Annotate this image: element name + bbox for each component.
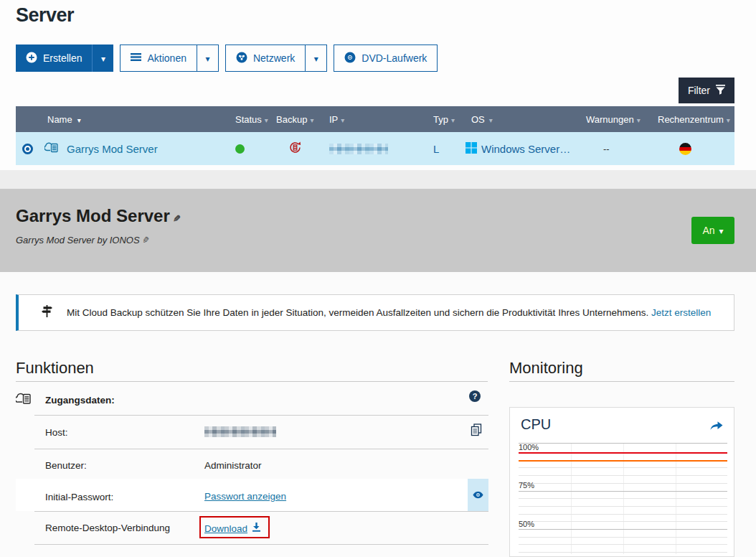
chevron-down-icon: [101, 52, 105, 65]
german-flag-icon: [679, 143, 691, 155]
dvd-button-group: DVD-Laufwerk: [334, 45, 438, 72]
create-backup-link[interactable]: Jetzt erstellen: [651, 307, 711, 318]
chart-gridline: [519, 529, 727, 530]
sort-caret-icon: [265, 114, 268, 125]
benutzer-value: Administrator: [204, 460, 262, 471]
actions-button[interactable]: Aktionen: [120, 45, 197, 72]
column-header-label: Warnungen: [586, 114, 634, 125]
row-divider: [34, 511, 488, 512]
chart-gridline: [519, 521, 727, 522]
server-detail-title-text: Garrys Mod Server: [16, 206, 170, 225]
eye-icon: [473, 489, 483, 502]
radio-dot: [26, 147, 29, 151]
funktionen-section-title: Funktionen: [16, 359, 94, 378]
chart-gridline: [519, 514, 727, 515]
column-header-rechenzentrum[interactable]: Rechenzentrum: [652, 114, 734, 125]
network-button-group: Netzwerk: [225, 45, 327, 72]
help-icon[interactable]: [469, 390, 481, 402]
plus-circle-icon: [26, 52, 37, 65]
share-arrow-icon[interactable]: [709, 419, 724, 434]
row-datacenter-cell: [652, 143, 734, 155]
ip-redacted-blur: [329, 144, 388, 154]
row-select-cell: [16, 144, 39, 154]
column-header-ip[interactable]: IP: [323, 114, 427, 125]
list-icon: [131, 52, 141, 64]
create-button[interactable]: Erstellen: [16, 45, 92, 72]
server-detail-subtitle-text: Garrys Mod Server by IONOS: [16, 235, 140, 245]
benutzer-label: Benutzer:: [45, 460, 87, 471]
table-row[interactable]: Garrys Mod Server L Windows Server… --: [16, 132, 734, 165]
row-divider: [34, 415, 488, 416]
chart-gridline: [519, 475, 727, 476]
actions-button-label: Aktionen: [147, 52, 186, 64]
chart-gridline: [519, 491, 727, 492]
chart-gridline: [519, 498, 727, 499]
y-axis-label-75: 75%: [519, 481, 534, 490]
banner-text: Mit Cloud Backup schützen Sie Ihre Daten…: [67, 307, 711, 318]
row-divider: [34, 544, 488, 545]
passwort-anzeigen-link[interactable]: Passwort anzeigen: [204, 491, 286, 502]
monitoring-section-title: Monitoring: [509, 359, 583, 378]
row-os-cell: Windows Server…: [466, 142, 580, 156]
network-dropdown-caret[interactable]: [306, 45, 327, 72]
cpu-monitoring-card: CPU 100% 75% 50%: [509, 407, 734, 557]
create-dropdown-caret[interactable]: [92, 45, 113, 72]
initial-passwort-label: Initial-Passwort:: [45, 492, 113, 502]
network-button[interactable]: Netzwerk: [225, 45, 306, 72]
filter-button[interactable]: Filter: [679, 78, 734, 103]
windows-logo-icon: [466, 142, 477, 156]
row-name-cell: Garrys Mod Server: [39, 141, 222, 156]
chevron-down-icon: [205, 52, 209, 65]
dvd-drive-button[interactable]: DVD-Laufwerk: [334, 45, 438, 72]
column-header-name[interactable]: Name: [39, 114, 222, 125]
row-radio-selected[interactable]: [22, 144, 33, 154]
column-header-typ[interactable]: Typ: [427, 114, 466, 125]
sort-caret-icon: [77, 114, 81, 125]
power-state-button[interactable]: An: [691, 217, 734, 244]
copy-icon[interactable]: [471, 423, 482, 439]
server-detail-subtitle: Garrys Mod Server by IONOS: [16, 235, 151, 245]
row-typ-cell: L: [427, 143, 466, 155]
background-strip: [0, 170, 756, 189]
actions-button-group: Aktionen: [120, 45, 218, 72]
sort-caret-icon: [451, 114, 455, 125]
chart-gridline: [519, 443, 727, 444]
column-header-label: IP: [329, 114, 338, 125]
actions-dropdown-caret[interactable]: [197, 45, 219, 72]
sort-caret-icon: [727, 114, 730, 125]
create-button-label: Erstellen: [43, 52, 82, 64]
filter-button-label: Filter: [688, 85, 710, 96]
edit-name-pencil-icon[interactable]: [173, 213, 181, 224]
chart-gridline: [519, 552, 727, 553]
section-divider: [509, 381, 734, 382]
banner-message: Mit Cloud Backup schützen Sie Ihre Daten…: [67, 307, 648, 318]
column-header-os[interactable]: OS: [466, 114, 580, 125]
host-value-redacted-blur: [204, 426, 276, 437]
threshold-line-orange: [519, 460, 727, 462]
page-title: Server: [16, 4, 74, 27]
sort-caret-icon: [637, 114, 641, 125]
network-button-label: Netzwerk: [253, 52, 295, 64]
server-table-header: Name Status Backup IP Typ OS Warnungen R…: [16, 106, 734, 132]
y-axis-label-50: 50%: [519, 520, 534, 528]
sort-caret-icon: [489, 114, 493, 125]
power-state-label: An: [702, 225, 714, 236]
os-name-text: Windows Server…: [481, 143, 570, 155]
column-header-warnungen[interactable]: Warnungen: [580, 114, 652, 125]
show-password-eye-cell[interactable]: [468, 479, 488, 511]
chart-gridline: [519, 506, 727, 507]
server-name-link[interactable]: Garrys Mod Server: [67, 143, 158, 155]
cpu-chart-title: CPU: [521, 416, 551, 433]
edit-description-pencil-icon[interactable]: [143, 235, 151, 245]
server-detail-title: Garrys Mod Server: [16, 206, 181, 226]
zugangsdaten-label: Zugangsdaten:: [45, 395, 115, 406]
column-header-label: OS: [471, 114, 485, 125]
access-data-icon: [16, 391, 34, 409]
top-section: Server Erstellen Aktionen: [0, 0, 756, 170]
row-ip-cell: [323, 144, 427, 154]
column-header-status[interactable]: Status: [222, 114, 270, 125]
create-button-group: Erstellen: [16, 45, 113, 72]
column-header-backup[interactable]: Backup: [270, 114, 323, 125]
column-header-label: Rechenzentrum: [658, 114, 724, 125]
status-online-icon: [235, 144, 245, 154]
